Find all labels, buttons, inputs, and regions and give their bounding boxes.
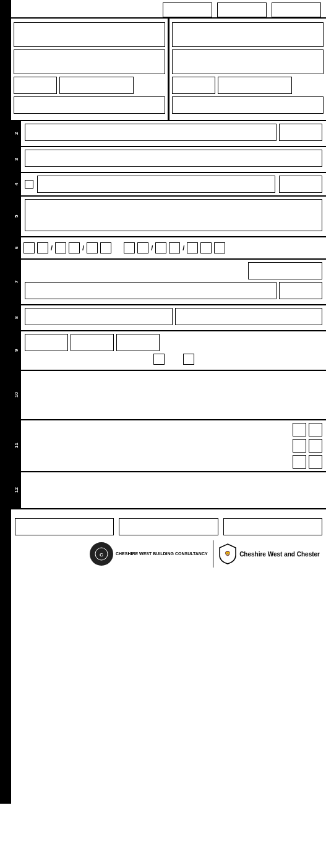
applicant-name-box[interactable] — [14, 22, 165, 47]
section-9: 9 — [11, 330, 326, 370]
section-11-box-3a[interactable] — [293, 455, 306, 469]
section-4-detail-box[interactable] — [37, 176, 275, 193]
section-8-row — [25, 308, 322, 325]
section-1-right — [169, 19, 326, 120]
left-bar — [0, 0, 11, 804]
date-slash-2: / — [82, 244, 84, 252]
date-box-13[interactable] — [214, 242, 225, 253]
section-9-sub1[interactable] — [153, 354, 165, 365]
agent-postcode-box[interactable] — [172, 77, 215, 94]
cwbc-logo: C CHESHIRE WEST BUILDING CONSULTANCY — [90, 542, 208, 566]
footer-box-1[interactable] — [15, 518, 114, 535]
section-11: 11 — [11, 419, 326, 471]
header-box-2[interactable] — [217, 2, 267, 17]
date-box-11[interactable] — [187, 242, 198, 253]
address-box[interactable] — [14, 49, 165, 74]
section-6-content: / / / / — [21, 237, 326, 258]
footer-boxes-row — [15, 518, 322, 535]
section-9-box3[interactable] — [116, 334, 160, 351]
section-9-sub2[interactable] — [183, 354, 194, 365]
section-12-content — [21, 472, 326, 508]
cwac-logo: 🦁 Cheshire West and Chester — [218, 543, 320, 565]
section-9-content — [21, 331, 326, 370]
date-box-4[interactable] — [69, 242, 80, 253]
description-work-box[interactable] — [25, 124, 277, 141]
location-box[interactable] — [25, 150, 322, 167]
section-4: 4 — [11, 172, 326, 195]
section-8-content — [21, 305, 326, 330]
section-1-left — [11, 19, 169, 120]
agent-address-box[interactable] — [172, 49, 324, 74]
header-box-1[interactable] — [163, 2, 212, 17]
section-2: 2 — [11, 120, 326, 146]
section-8-right-box[interactable] — [175, 308, 323, 325]
description-box[interactable] — [25, 199, 322, 231]
section-5-content — [21, 197, 326, 236]
date-slash-3: / — [151, 244, 153, 252]
agent-contact-box[interactable] — [172, 96, 324, 114]
section-11-label: 11 — [11, 420, 21, 471]
date-box-6[interactable] — [100, 242, 111, 253]
section-3-row — [25, 150, 322, 167]
section-3-label: 3 — [11, 147, 21, 172]
section-11-content — [21, 420, 326, 471]
section-11-pair-2 — [293, 439, 322, 453]
section-3-content — [21, 147, 326, 172]
section-12: 12 — [11, 471, 326, 508]
section-11-box-1a[interactable] — [293, 423, 306, 436]
section-10-label: 10 — [11, 371, 21, 419]
section-2-label: 2 — [11, 121, 21, 146]
cwbc-logo-icon: C — [94, 547, 109, 561]
date-box-2[interactable] — [37, 242, 48, 253]
field-contact — [14, 96, 165, 114]
agent-name-box[interactable] — [172, 22, 324, 47]
date-box-7[interactable] — [124, 242, 135, 253]
ref-box[interactable] — [279, 124, 322, 141]
section-7-top-box[interactable] — [248, 262, 322, 279]
date-box-9[interactable] — [155, 242, 166, 253]
cwac-shield-icon: 🦁 — [218, 543, 237, 565]
section-9-label: 9 — [11, 331, 21, 370]
section-11-box-1b[interactable] — [309, 423, 322, 436]
section-4-content — [21, 173, 326, 195]
footer-box-3[interactable] — [223, 518, 322, 535]
section-1 — [11, 17, 326, 120]
section-7-left-box[interactable] — [25, 282, 277, 299]
field-agent-name — [172, 22, 324, 47]
section-11-box-2a[interactable] — [293, 439, 306, 453]
field-applicant-name — [14, 22, 165, 47]
postcode-box[interactable] — [14, 77, 57, 94]
section-10-text — [25, 373, 322, 411]
date-box-10[interactable] — [169, 242, 180, 253]
section-11-pair-3 — [293, 455, 322, 469]
date-box-12[interactable] — [200, 242, 212, 253]
date-box-1[interactable] — [24, 242, 35, 253]
section-9-box2[interactable] — [71, 334, 114, 351]
agent-town-box[interactable] — [218, 77, 292, 94]
contact-box[interactable] — [14, 96, 165, 114]
section-10-content — [21, 371, 326, 419]
header-box-3[interactable] — [272, 2, 321, 17]
section-2-content — [21, 121, 326, 146]
date-box-8[interactable] — [137, 242, 148, 253]
date-slash-1: / — [51, 244, 53, 252]
town-box[interactable] — [59, 77, 134, 94]
section-8-left-box[interactable] — [25, 308, 173, 325]
field-agent-contact — [172, 96, 324, 114]
cwac-text: Cheshire West and Chester — [239, 550, 320, 558]
section-7-right-box[interactable] — [279, 282, 322, 299]
header — [0, 0, 326, 17]
cwbc-text: CHESHIRE WEST BUILDING CONSULTANCY — [116, 551, 208, 556]
section-5: 5 — [11, 195, 326, 236]
section-10: 10 — [11, 370, 326, 419]
section-4-value-box[interactable] — [279, 176, 322, 193]
section-4-checkbox[interactable] — [25, 180, 33, 189]
section-11-box-2b[interactable] — [309, 439, 322, 453]
footer-box-2[interactable] — [119, 518, 218, 535]
date-box-3[interactable] — [55, 242, 66, 253]
section-11-box-3b[interactable] — [309, 455, 322, 469]
date-box-5[interactable] — [87, 242, 98, 253]
section-9-box1[interactable] — [25, 334, 68, 351]
logo-area: C CHESHIRE WEST BUILDING CONSULTANCY 🦁 C… — [15, 540, 322, 568]
section-9-sub-row — [25, 354, 322, 365]
